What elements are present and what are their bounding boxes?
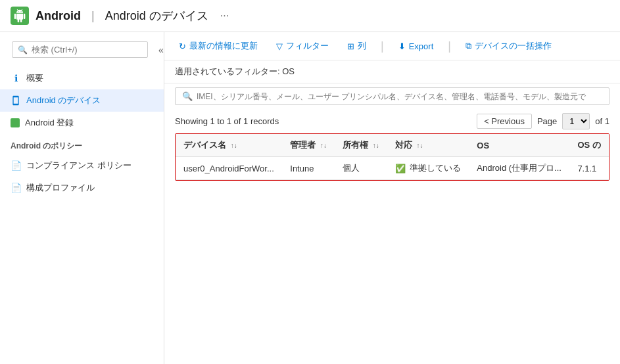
main-layout: 🔍 « ℹ 概要 Android のデバイス Android 登録 Androi… (0, 32, 620, 364)
table-header-row: デバイス名 ↑↓ 管理者 ↑↓ 所有権 ↑↓ 対応 (176, 134, 609, 157)
columns-icon: ⊞ (347, 41, 354, 51)
col-ownership[interactable]: 所有権 ↑↓ (335, 134, 387, 157)
cell-compliance: ✅ 準拠している (387, 157, 469, 180)
filter-label: フィルター (286, 40, 329, 52)
bulk-action-label: デバイスの一括操作 (475, 40, 552, 52)
policy-section-label: Android のポリシー (0, 134, 164, 154)
sidebar-item-label-overview: 概要 (26, 72, 43, 84)
toolbar: ↻ 最新の情報に更新 ▽ フィルター ⊞ 列 | ⬇ Export | ⧉ デバ… (164, 32, 620, 60)
header-title: Android のデバイス (105, 8, 208, 24)
col-os: OS (469, 134, 569, 157)
devices-table: デバイス名 ↑↓ 管理者 ↑↓ 所有権 ↑↓ 対応 (176, 134, 609, 180)
cell-compliance-text: 準拠している (410, 162, 461, 174)
config-profile-icon: 📄 (11, 183, 21, 193)
sidebar-item-label-config: 構成プロファイル (26, 182, 95, 194)
col-os-version-label: OS の (577, 140, 600, 150)
content-search-input[interactable] (197, 92, 602, 101)
columns-button[interactable]: ⊞ 列 (343, 37, 370, 55)
sidebar-search-box[interactable]: 🔍 (12, 41, 148, 58)
filter-bar: 適用されているフィルター: OS (164, 60, 620, 83)
of-label: of 1 (595, 116, 609, 126)
filter-bar-text: 適用されているフィルター: OS (175, 66, 295, 76)
page-label: Page (537, 116, 557, 126)
cell-manager: Intune (282, 157, 335, 180)
sidebar: 🔍 « ℹ 概要 Android のデバイス Android 登録 Androi… (0, 32, 164, 364)
toolbar-separator: | (381, 39, 384, 53)
compliant-check-icon: ✅ (395, 164, 406, 173)
sort-icon-manager: ↑↓ (320, 142, 327, 149)
sort-icon-device-name: ↑↓ (231, 142, 237, 149)
cell-os-version: 7.1.1 (569, 157, 609, 180)
header-more-button[interactable]: ··· (220, 10, 229, 22)
sort-icon-compliance: ↑↓ (417, 142, 423, 149)
search-icon: 🔍 (18, 45, 28, 55)
cell-device-name: user0_AndroidForWor... (176, 157, 282, 180)
bulk-action-button[interactable]: ⧉ デバイスの一括操作 (462, 37, 556, 55)
content-search-box[interactable]: 🔍 (175, 87, 609, 105)
sidebar-search-input[interactable] (32, 45, 142, 55)
cell-ownership: 個人 (335, 157, 387, 180)
refresh-button[interactable]: ↻ 最新の情報に更新 (175, 37, 262, 55)
bulk-action-icon: ⧉ (465, 41, 471, 51)
cell-os: Android (仕事用プロ... (469, 157, 569, 180)
sidebar-item-overview[interactable]: ℹ 概要 (0, 67, 164, 89)
columns-label: 列 (358, 40, 366, 52)
page-select[interactable]: 1 (562, 113, 590, 129)
refresh-icon: ↻ (179, 41, 186, 51)
col-compliance[interactable]: 対応 ↑↓ (387, 134, 469, 157)
col-device-name[interactable]: デバイス名 ↑↓ (176, 134, 282, 157)
devices-table-container: デバイス名 ↑↓ 管理者 ↑↓ 所有権 ↑↓ 対応 (175, 133, 609, 181)
filter-icon: ▽ (276, 41, 283, 51)
page-header: Android | Android のデバイス ··· (0, 0, 620, 32)
table-row[interactable]: user0_AndroidForWor... Intune 個人 ✅ 準拠してい… (176, 157, 609, 180)
compliance-policy-icon: 📄 (11, 160, 21, 171)
col-compliance-label: 対応 (395, 140, 412, 150)
col-device-name-label: デバイス名 (183, 140, 226, 150)
sidebar-item-android-enrollment[interactable]: Android 登録 (0, 112, 164, 134)
toolbar-separator2: | (448, 39, 451, 53)
col-manager[interactable]: 管理者 ↑↓ (282, 134, 335, 157)
header-separator: | (91, 9, 95, 23)
previous-button[interactable]: < Previous (477, 114, 532, 129)
sidebar-item-config-profile[interactable]: 📄 構成プロファイル (0, 177, 164, 199)
sidebar-item-label-compliance: コンプライアンス ポリシー (26, 160, 131, 171)
content-search-icon: 🔍 (182, 91, 193, 101)
showing-text: Showing 1 to 1 of 1 records (175, 116, 279, 126)
info-icon: ℹ (11, 73, 21, 83)
header-brand: Android (36, 9, 81, 23)
sidebar-item-label-android-devices: Android のデバイス (26, 95, 101, 106)
col-manager-label: 管理者 (290, 140, 316, 150)
android-icon (11, 7, 29, 25)
pagination-controls: < Previous Page 1 ▾ of 1 (477, 113, 609, 129)
sort-icon-ownership: ↑↓ (373, 142, 379, 149)
sidebar-item-compliance-policy[interactable]: 📄 コンプライアンス ポリシー (0, 154, 164, 177)
sidebar-item-label-android-enrollment: Android 登録 (25, 117, 74, 129)
col-ownership-label: 所有権 (343, 140, 368, 150)
refresh-label: 最新の情報に更新 (189, 40, 258, 52)
android-device-icon (11, 95, 21, 106)
previous-label: < Previous (484, 116, 525, 126)
pagination-bar: Showing 1 to 1 of 1 records < Previous P… (164, 109, 620, 133)
sidebar-item-android-devices[interactable]: Android のデバイス (0, 89, 164, 112)
main-content: ↻ 最新の情報に更新 ▽ フィルター ⊞ 列 | ⬇ Export | ⧉ デバ… (164, 32, 620, 364)
filter-button[interactable]: ▽ フィルター (272, 37, 333, 55)
col-os-label: OS (477, 141, 489, 150)
export-button[interactable]: ⬇ Export (394, 39, 438, 54)
enrollment-icon (11, 118, 20, 127)
export-label: Export (409, 41, 434, 51)
col-os-version: OS の (569, 134, 609, 157)
export-icon: ⬇ (398, 41, 406, 51)
sidebar-collapse-button[interactable]: « (158, 45, 164, 55)
